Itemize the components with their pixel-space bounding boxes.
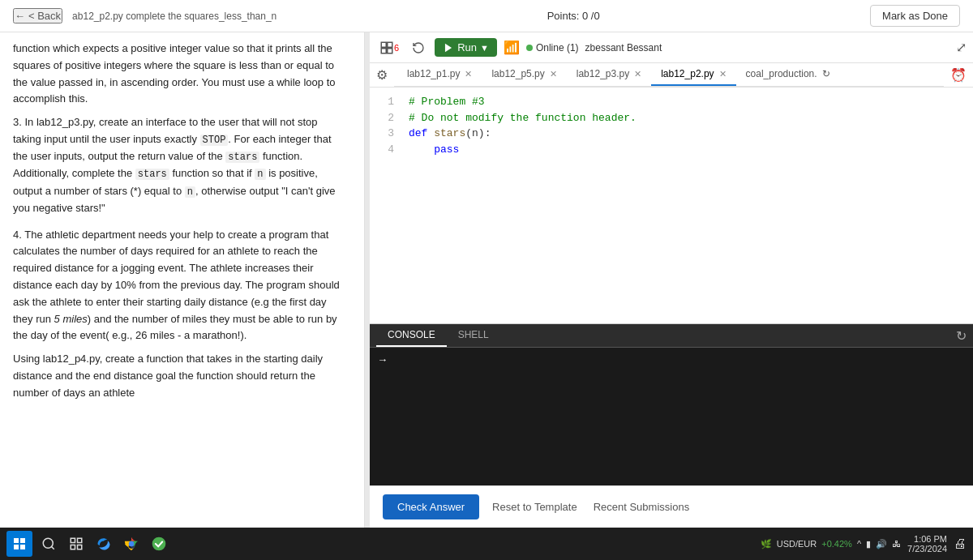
- time-display: 1:06 PM: [907, 534, 947, 544]
- svg-rect-5: [14, 538, 19, 543]
- tab-coal-production[interactable]: coal_production. ↻: [736, 63, 840, 86]
- top-bar-left: ← < Back ab12_p2.py complete the squares…: [13, 8, 276, 24]
- taskbar-clock: 1:06 PM 7/23/2024: [907, 534, 947, 554]
- chrome-icon: [123, 536, 139, 552]
- speaker-icon: 🔊: [876, 539, 887, 549]
- undo-icon: [412, 41, 425, 54]
- run-button[interactable]: Run ▼: [435, 38, 497, 57]
- taskbar-left: [6, 531, 170, 557]
- console-body[interactable]: →: [370, 348, 973, 485]
- item4-text: 4. The athletic department needs your he…: [13, 227, 348, 345]
- line-num-1: 1: [378, 94, 394, 110]
- taskbar-edge[interactable]: [92, 532, 115, 555]
- code-editor[interactable]: 1 2 3 4 # Problem #3 # Do not modify the…: [370, 88, 973, 323]
- tab-lab12-p5[interactable]: lab12_p5.py ✕: [482, 63, 566, 86]
- expand-icon: ⤢: [956, 41, 967, 54]
- svg-rect-12: [78, 538, 82, 542]
- expand-button[interactable]: ⤢: [956, 40, 967, 55]
- user-label: zbessant Bessant: [585, 42, 662, 53]
- mark-as-done-button[interactable]: Mark as Done: [870, 5, 960, 27]
- check-answer-button[interactable]: Check Answer: [383, 494, 479, 519]
- line-num-3: 3: [378, 126, 394, 142]
- svg-rect-0: [381, 42, 386, 47]
- code-line-2: # Do not modify the function header.: [409, 110, 967, 126]
- history-button[interactable]: ⏰: [944, 64, 973, 86]
- battery-icon: ▮: [866, 539, 871, 549]
- back-button[interactable]: ← < Back: [13, 8, 62, 24]
- svg-point-16: [129, 541, 135, 547]
- n-code1: n: [255, 169, 265, 180]
- online-dot: [526, 45, 533, 51]
- svg-point-9: [43, 538, 53, 548]
- file-count-badge: 6: [394, 43, 399, 53]
- file-tabs: lab12_p1.py ✕ lab12_p5.py ✕ lab12_p3.py …: [394, 63, 944, 87]
- code-line-4: pass: [409, 142, 967, 158]
- editor-toolbar: 6 Run ▼ 📶 Online (1) zbessant Bessant: [370, 32, 973, 63]
- right-panel: 6 Run ▼ 📶 Online (1) zbessant Bessant: [370, 32, 973, 528]
- forex-label: USD/EUR: [777, 539, 817, 549]
- svg-rect-2: [388, 48, 392, 53]
- caret-up-icon: ^: [857, 539, 861, 549]
- start-button[interactable]: [6, 531, 32, 557]
- left-panel: function which expects a positive intege…: [0, 32, 365, 528]
- notifications-icon[interactable]: 🖨: [954, 536, 967, 551]
- item2-text: function which expects a positive intege…: [13, 41, 348, 108]
- line-numbers: 1 2 3 4: [370, 88, 402, 323]
- main-content: function which expects a positive intege…: [0, 32, 973, 528]
- tab-label: lab12_p5.py: [491, 68, 544, 79]
- wifi-icon: 📶: [504, 40, 520, 55]
- panel-tabs: CONSOLE SHELL ↻: [370, 324, 973, 348]
- console-prompt: →: [379, 354, 386, 366]
- svg-rect-3: [381, 48, 386, 53]
- top-bar: ← < Back ab12_p2.py complete the squares…: [0, 0, 973, 32]
- taskbar-right: 🌿 USD/EUR +0.42% ^ ▮ 🔊 🖧 1:06 PM 7/23/20…: [761, 534, 967, 554]
- file-tabs-row: ⚙ lab12_p1.py ✕ lab12_p5.py ✕ lab12_p3.p…: [370, 63, 973, 88]
- taskbar-app5[interactable]: [148, 532, 170, 555]
- svg-marker-4: [445, 43, 452, 52]
- close-tab-icon[interactable]: ✕: [719, 69, 727, 79]
- close-tab-icon[interactable]: ✕: [634, 69, 641, 79]
- taskbar-chrome[interactable]: [120, 532, 143, 555]
- item4-text2: Using lab12_p4.py, create a function tha…: [13, 351, 348, 401]
- svg-rect-13: [71, 545, 75, 549]
- taskbar-search[interactable]: [37, 532, 60, 555]
- console-refresh-button[interactable]: ↻: [956, 328, 967, 344]
- svg-rect-6: [20, 538, 25, 543]
- tab-lab12-p3[interactable]: lab12_p3.py ✕: [567, 63, 651, 86]
- tab-label: lab12_p2.py: [661, 68, 714, 79]
- tab-label: lab12_p1.py: [407, 68, 460, 79]
- back-arrow-icon: ←: [15, 10, 25, 22]
- reset-to-template-button[interactable]: Reset to Template: [489, 494, 581, 519]
- code-line-3: def stars(n):: [409, 126, 967, 142]
- n-code2: n: [185, 186, 195, 198]
- svg-line-10: [51, 546, 54, 549]
- edge-icon: [96, 536, 112, 552]
- console-tab[interactable]: CONSOLE: [376, 324, 447, 347]
- tab-lab12-p2[interactable]: lab12_p2.py ✕: [651, 63, 735, 86]
- taskbar-windows[interactable]: [65, 532, 88, 555]
- recent-submissions-button[interactable]: Recent Submissions: [590, 494, 693, 519]
- code-content[interactable]: # Problem #3 # Do not modify the functio…: [402, 88, 973, 323]
- close-tab-icon[interactable]: ✕: [465, 69, 472, 79]
- stars-code2: stars: [135, 169, 169, 180]
- file-icon-button[interactable]: 6: [376, 37, 402, 58]
- undo-button[interactable]: [409, 38, 428, 58]
- line-num-2: 2: [378, 110, 394, 126]
- play-icon: [443, 42, 454, 53]
- code-line-1: # Problem #3: [409, 94, 967, 110]
- green-check-icon: [151, 536, 167, 552]
- settings-button[interactable]: ⚙: [370, 64, 394, 86]
- svg-rect-11: [71, 538, 75, 542]
- online-label: Online (1): [536, 42, 579, 53]
- search-icon: [41, 536, 56, 551]
- tab-lab12-p1[interactable]: lab12_p1.py ✕: [397, 63, 482, 86]
- svg-rect-7: [14, 545, 19, 549]
- svg-point-17: [152, 537, 166, 551]
- grid-icon: [69, 536, 84, 551]
- run-dropdown-arrow: ▼: [480, 43, 489, 53]
- online-status: Online (1) zbessant Bessant: [526, 42, 662, 53]
- shell-tab[interactable]: SHELL: [447, 324, 500, 347]
- close-tab-icon[interactable]: ✕: [550, 69, 557, 79]
- network-icon: 🖧: [892, 539, 901, 549]
- item3-text: 3. In lab12_p3.py, create an interface t…: [13, 114, 348, 216]
